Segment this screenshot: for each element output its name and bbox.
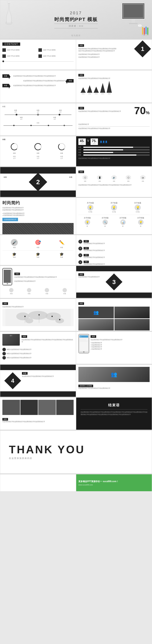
circle-1: 标题	[10, 142, 19, 154]
laptop-text: 标题 在这里添加文字在这里添加文字在这里添加文字在这里添加文字在这里添加文字	[22, 334, 74, 346]
bar-1: 2011	[81, 87, 86, 94]
stat-70-block: 70%	[134, 106, 149, 116]
arrow-container: 标题 在这里添加文字在这里添加文字在这里添加文字在这里添加文字 标题 在这里添加…	[3, 74, 74, 87]
content-slide: CONTENT ADD TITLE HERE ADD TITLE HERE AD…	[0, 40, 76, 70]
mic-icon: 🎤	[11, 239, 18, 246]
minimal-slide: 时尚简约 在这里添加文字在这里添加文字 在这里添加文字在这里添加文字 • 在这里…	[0, 198, 76, 234]
feature-4: 文字排版 💡 标	[84, 217, 91, 227]
stat-title: 标题	[78, 107, 84, 110]
minimal-list: • 在这里添加文字在这里添加文字 • 在这里添加文字在这里添加文字	[3, 212, 74, 217]
social-list: 标题 在这里添加文字在这里添加文字 标题 在这里添加文字在这里添加文字 标题 在…	[3, 348, 74, 360]
arrow-text-1: 在这里添加文字在这里添加文字在这里添加文字在这里添加文字	[13, 75, 56, 77]
timeline-top-labels: 标题文字 标题文字 标题文字	[5, 110, 71, 113]
dot-2	[37, 114, 39, 116]
social-icon-3	[3, 356, 6, 360]
content-icon-4	[38, 54, 42, 58]
bar-5: 2015	[107, 81, 112, 94]
svg-rect-10	[129, 23, 138, 24]
target-icon: 🎯	[35, 239, 42, 246]
bar-chart: 2011 2012 2013 2014 2015	[78, 80, 149, 94]
hex-2: 📱 标题	[93, 175, 106, 182]
biz-photos-slide: 标题 在这里添加文字在这里添加文字在这里添加文字在这里添加文字	[0, 398, 76, 430]
feature-6: 文字排版 📊 标	[119, 217, 126, 227]
circles-row: 标题 标题 标题	[3, 142, 74, 154]
svg-rect-15	[145, 27, 146, 34]
mic-row: 🎤 标题 🎯 标题 ✏️ 标题	[3, 239, 74, 248]
slide-number-4: 4	[11, 378, 14, 384]
compare-nums: 45. 2013 V 75. 2015 👤👤👤	[78, 138, 149, 145]
slide1-text: 在这里添加文字在这里添加文字在这里添加文字在这里添加文字在这里添加文字在这里添加…	[78, 48, 117, 52]
feat-icon-3: 💡	[135, 204, 141, 210]
step-4: 4 标题 在这里添加文字在这里添加文字	[78, 259, 149, 265]
step-3: 3 标题 在这里添加文字在这里添加文字	[78, 252, 149, 258]
arrow-item-2: 标题 在这里添加文字在这里添加文字在这里添加文字在这里添加文字	[3, 79, 74, 82]
phone-mockup	[3, 268, 12, 286]
hex-4: ⬡ 标题	[122, 175, 135, 182]
photo-title: 标题	[78, 302, 84, 305]
diamond-1: 1	[136, 43, 148, 55]
biz-photo-4	[56, 400, 74, 415]
pen-icon: ✏️	[58, 239, 65, 246]
stat-extra: 在这里添加文字 在这里添加文字在这里添加文字在这里添加文字	[78, 123, 149, 130]
minimal-title: 时尚简约	[3, 200, 74, 206]
feature-3: 关于标题 💡 艺术格	[134, 202, 141, 213]
phone-text: 标题 在这里添加文字在这里添加文字在这里添加文字在这里添加文字 在这里添加文字在…	[14, 271, 74, 282]
diamond2-title3: 在这里添加文字在这里添加文字	[3, 187, 24, 190]
phone-slide: 标题 在这里添加文字在这里添加文字在这里添加文字在这里添加文字 在这里添加文字在…	[0, 266, 76, 298]
diamond2-title: 标题	[3, 175, 8, 178]
app-phone: App	[78, 334, 89, 354]
phone-icons-row: 标题 标题 标题 标题	[3, 288, 74, 295]
app-interface-slide: App 标题 在这里添加文字在这里添加文字在这里添加文字 • 在这里添加	[76, 332, 152, 364]
content-text-1: ADD TITLE HERE	[7, 49, 20, 51]
content-text-3: ADD TITLE HERE	[7, 55, 20, 57]
svg-point-26	[28, 311, 48, 320]
step-2: 2 标题 在这里添加文字在这里添加文字	[78, 246, 149, 252]
circle-3: 标题	[57, 142, 66, 154]
green-sub: www.suca999.com	[78, 484, 149, 486]
grad-2: 🎓 标题	[36, 252, 40, 258]
black-top-bar	[0, 167, 76, 174]
photo-grid-slide: 标题 👥	[76, 298, 152, 331]
black-bottom-4	[0, 391, 76, 397]
arrow-box-3: 标题	[3, 84, 9, 87]
timeline-line-container	[5, 114, 71, 116]
cover-slide: 2017 时尚简约PPT 模板 演讲者：xxx 笔鸟图库	[0, 0, 152, 39]
cover-year: 2017	[54, 11, 98, 16]
biz-text: 标题 在这里添加文字在这里添加文字在这里添加文字在这里添加文字	[3, 417, 74, 423]
hex-grid: ⬡ 标题 📱 标题 🔊 标题 ⬡ 标题 🗂 标题	[78, 175, 149, 182]
diamond-4-shape: 4	[7, 375, 19, 387]
diamond-3-slide: 3 标题 在这里添加文字在这里添加文字	[76, 266, 152, 298]
nav-line	[5, 61, 74, 62]
social-icon-1	[3, 348, 6, 351]
slide1-title: 标题	[78, 44, 84, 47]
svg-point-29	[55, 318, 64, 323]
circle-title: 标题	[3, 138, 74, 141]
feat-icon-6: 📊	[120, 220, 126, 225]
meeting-photo: 👥	[78, 367, 149, 382]
diamond-2-slide: 2 标题 标题 在这里添加文字在这里添加文字 在这里添加文字在这里添加文字	[0, 167, 76, 197]
black-hbars: 标题 标题 标题 标题	[78, 146, 149, 156]
svg-point-28	[25, 318, 33, 323]
hex-1: ⬡ 标题	[78, 175, 92, 182]
biz-photo-3	[38, 400, 56, 415]
phone-content: 标题 在这里添加文字在这里添加文字在这里添加文字在这里添加文字 在这里添加文字在…	[3, 268, 74, 286]
svg-point-17	[141, 34, 149, 36]
green-banner: 更多精品PPT资源存在一 suca999.com！ www.suca999.co…	[76, 474, 152, 492]
content-icon-1	[3, 48, 6, 52]
cover-subtitle: 演讲者：xxx	[54, 24, 98, 28]
grad-row: 🎓 标题 🎓 标题 🎓 标题	[3, 252, 74, 258]
diamond-2: 2	[32, 176, 45, 188]
timeline: 标题文字 标题文字 标题文字 标题文字 标题文字	[5, 110, 71, 120]
step-slide: 1 标题 在这里添加文字在这里添加文字 2 标题 在这里添加文字在这里添加文字 …	[76, 235, 152, 265]
feat-icon-4: 💡	[85, 220, 90, 225]
feat-icon-5: 🔍	[102, 220, 108, 225]
arrow-slide: 标题 在这里添加文字在这里添加文字在这里添加文字在这里添加文字 标题 在这里添加…	[0, 70, 76, 103]
timeline-title: 标题	[3, 106, 74, 108]
social-icon-2	[3, 352, 6, 355]
black-hbar-slide: 45. 2013 V 75. 2015 👤👤👤 标题 标题	[76, 136, 152, 166]
minimal-link[interactable]: 点击此处添加文字	[3, 218, 18, 221]
compare-val2: 75. 2015	[91, 138, 98, 145]
photo-4	[114, 319, 150, 331]
black-desc: 在这里添加文字在这里添加文字在这里添加文字	[78, 157, 149, 160]
black-top-3	[76, 266, 152, 271]
